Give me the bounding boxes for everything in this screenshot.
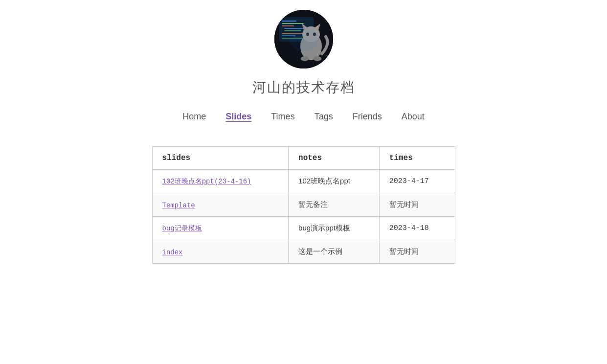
nav-item-slides[interactable]: Slides bbox=[225, 112, 251, 122]
svg-point-22 bbox=[289, 27, 318, 51]
site-header: 河山的技术存档 Home Slides Times Tags Friends A… bbox=[182, 0, 425, 122]
table-row: Template暂无备注暂无时间 bbox=[152, 193, 455, 217]
slide-cell: index bbox=[152, 240, 289, 264]
nav-item-about[interactable]: About bbox=[402, 112, 425, 122]
slide-link[interactable]: 102班晚点名ppt(23-4-16) bbox=[162, 178, 251, 185]
avatar bbox=[274, 10, 333, 68]
slide-link[interactable]: bug记录模板 bbox=[162, 225, 202, 232]
table-header-row: slides notes times bbox=[152, 147, 455, 170]
time-cell: 暂无时间 bbox=[379, 193, 455, 217]
notes-cell: 暂无备注 bbox=[289, 193, 380, 217]
notes-cell: 这是一个示例 bbox=[289, 240, 380, 264]
nav-item-tags[interactable]: Tags bbox=[315, 112, 333, 122]
notes-cell: bug演示ppt模板 bbox=[289, 217, 380, 240]
time-cell: 2023-4-17 bbox=[379, 170, 455, 193]
site-nav: Home Slides Times Tags Friends About bbox=[182, 112, 425, 122]
nav-item-friends[interactable]: Friends bbox=[353, 112, 382, 122]
site-title: 河山的技术存档 bbox=[252, 78, 355, 97]
slides-table: slides notes times 102班晚点名ppt(23-4-16)10… bbox=[152, 146, 455, 264]
slide-cell: bug记录模板 bbox=[152, 217, 289, 240]
nav-item-home[interactable]: Home bbox=[182, 112, 206, 122]
table-row: index这是一个示例暂无时间 bbox=[152, 240, 455, 264]
main-content: slides notes times 102班晚点名ppt(23-4-16)10… bbox=[152, 146, 455, 264]
svg-point-21 bbox=[314, 56, 321, 61]
time-cell: 暂无时间 bbox=[379, 240, 455, 264]
svg-rect-3 bbox=[282, 21, 296, 22]
th-notes: notes bbox=[289, 147, 380, 170]
th-times: times bbox=[379, 147, 455, 170]
svg-rect-4 bbox=[282, 23, 304, 24]
time-cell: 2023-4-18 bbox=[379, 217, 455, 240]
th-slides: slides bbox=[152, 147, 289, 170]
svg-rect-5 bbox=[282, 25, 294, 26]
slide-cell: 102班晚点名ppt(23-4-16) bbox=[152, 170, 289, 193]
slide-link[interactable]: index bbox=[162, 249, 183, 256]
slide-link[interactable]: Template bbox=[162, 202, 195, 209]
notes-cell: 102班晚点名ppt bbox=[289, 170, 380, 193]
slide-cell: Template bbox=[152, 193, 289, 217]
nav-item-times[interactable]: Times bbox=[271, 112, 294, 122]
table-row: bug记录模板bug演示ppt模板2023-4-18 bbox=[152, 217, 455, 240]
svg-point-20 bbox=[301, 56, 309, 61]
table-row: 102班晚点名ppt(23-4-16)102班晚点名ppt2023-4-17 bbox=[152, 170, 455, 193]
